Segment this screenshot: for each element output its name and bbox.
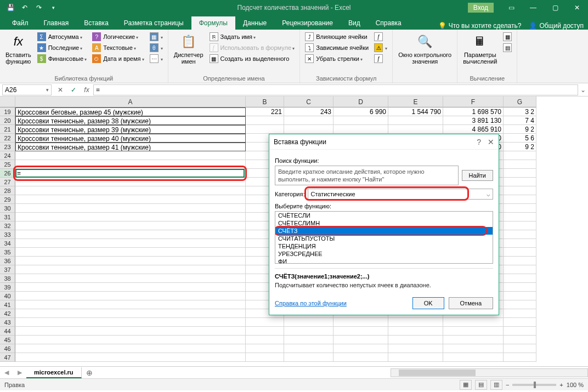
function-list-item[interactable]: ФИ [275,258,493,264]
close-icon[interactable]: ✕ [566,0,588,15]
row-header[interactable]: 20 [0,116,15,125]
cell[interactable] [15,195,246,204]
cell[interactable] [15,344,246,353]
cell[interactable] [443,318,504,327]
remove-arrows-button[interactable]: ✕Убрать стрелки [303,54,370,64]
zoom-in-icon[interactable]: + [559,382,563,388]
cell[interactable] [15,248,246,257]
row-header[interactable]: 22 [0,134,15,143]
cell[interactable] [15,160,246,169]
cell[interactable] [388,327,443,336]
row-header[interactable]: 41 [0,300,15,309]
use-in-formula-button[interactable]: ƒИспользовать в формуле [208,43,297,53]
cell[interactable] [284,318,333,327]
cell[interactable] [504,292,536,300]
math-button[interactable]: θ [148,43,165,53]
col-header-C[interactable]: C [284,96,333,107]
row-header[interactable]: 45 [0,336,15,344]
cell[interactable] [15,151,246,160]
page-break-icon[interactable]: ▥ [490,380,502,390]
cell[interactable] [504,309,536,318]
cell[interactable] [333,336,388,344]
cell[interactable] [333,327,388,336]
cell[interactable] [284,327,333,336]
cell[interactable] [443,327,504,336]
row-header[interactable]: 34 [0,239,15,248]
cell[interactable] [388,344,443,353]
row-header[interactable]: 35 [0,248,15,257]
row-header[interactable]: 19 [0,107,15,116]
row-header[interactable]: 28 [0,186,15,195]
cell[interactable]: 243 [284,107,333,116]
row-header[interactable]: 31 [0,213,15,221]
cell[interactable] [504,195,536,204]
cell[interactable]: 1 544 790 [388,107,443,116]
cell[interactable] [15,292,246,300]
dialog-close-icon[interactable]: ✕ [488,138,494,146]
sheet-nav-next-icon[interactable]: ▶ [13,369,26,376]
cell[interactable] [15,204,246,213]
cell[interactable] [504,160,536,169]
row-header[interactable]: 29 [0,195,15,204]
sheet-tab-active[interactable]: microexcel.ru [26,367,82,378]
cell[interactable] [15,309,246,318]
tab-formulas[interactable]: Формулы [191,16,235,30]
search-input[interactable] [275,166,459,185]
save-icon[interactable]: 💾 [4,2,16,14]
show-formulas-button[interactable]: ƒ [372,32,389,42]
more-functions-button[interactable]: ⋯ [148,54,165,64]
function-list-item[interactable]: СЧИТАТЬПУСТОТЫ [275,235,493,242]
cell[interactable]: Кроссовки теннисные, размер 40 (мужские) [15,134,246,143]
row-header[interactable]: 40 [0,292,15,300]
cell[interactable] [504,213,536,221]
row-header[interactable]: 39 [0,283,15,292]
select-all-corner[interactable] [0,96,15,107]
function-list-item[interactable]: СЧЁТЗ [275,227,493,235]
row-header[interactable]: 43 [0,318,15,327]
col-header-F[interactable]: F [443,96,504,107]
function-list-item[interactable]: ТЕНДЕНЦИЯ [275,242,493,250]
normal-view-icon[interactable]: ▦ [460,380,472,390]
enter-formula-icon[interactable]: ✓ [67,84,80,95]
cell[interactable] [388,353,443,362]
cell[interactable] [504,169,536,178]
cell[interactable] [504,257,536,265]
cell[interactable] [15,230,246,239]
cell[interactable]: Кроссовки теннисные, размер 38 (мужские) [15,116,246,125]
fx-icon[interactable]: fx [80,84,93,95]
cell[interactable] [504,248,536,257]
cell[interactable] [246,318,284,327]
cell[interactable] [504,336,536,344]
watch-window-button[interactable]: 🔍 Окно контрольного значения [396,32,454,81]
zoom-out-icon[interactable]: − [506,382,509,388]
cell[interactable]: 7 4 [504,116,536,125]
lookup-button[interactable]: ▦ [148,32,165,42]
cell[interactable] [284,344,333,353]
login-button[interactable]: Вход [468,3,494,13]
row-header[interactable]: 26 [0,169,15,178]
row-header[interactable]: 24 [0,151,15,160]
function-list-item[interactable]: СЧЁТЕСЛИ [275,212,493,219]
cell[interactable] [246,116,284,125]
calc-now-button[interactable]: ▦ [501,32,513,42]
create-from-selection-button[interactable]: ▦Создать из выделенного [208,54,297,64]
cell[interactable] [388,318,443,327]
row-header[interactable]: 44 [0,327,15,336]
cell[interactable] [504,151,536,160]
cell[interactable] [504,230,536,239]
row-header[interactable]: 46 [0,344,15,353]
cell[interactable] [504,327,536,336]
cell[interactable]: 3 2 [504,107,536,116]
cell[interactable] [504,353,536,362]
cell[interactable]: Кроссовки теннисные, размер 39 (мужские) [15,125,246,134]
cell[interactable] [15,336,246,344]
tab-insert[interactable]: Вставка [76,16,116,30]
cell[interactable] [504,204,536,213]
cell[interactable] [246,353,284,362]
cell[interactable] [15,265,246,274]
tab-data[interactable]: Данные [235,16,274,30]
cell[interactable] [443,344,504,353]
formula-input[interactable]: = [93,84,578,95]
zoom-slider[interactable] [512,384,556,386]
calc-options-button[interactable]: 🖩 Параметры вычислений [461,32,499,74]
